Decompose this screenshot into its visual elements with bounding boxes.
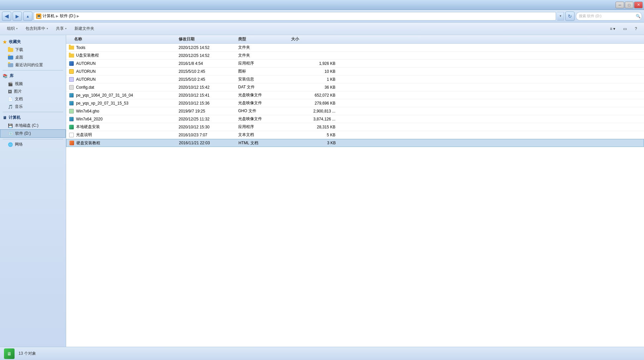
file-date-cell: 2020/12/25 11:32: [179, 117, 238, 121]
file-type-cell: 应用程序: [238, 124, 291, 130]
favorites-label: 收藏夹: [9, 39, 21, 45]
table-row[interactable]: 硬盘安装教程 2016/11/21 22:03 HTML 文档 3 KB: [66, 139, 644, 147]
forward-button[interactable]: ▶: [13, 12, 22, 21]
include-library-button[interactable]: 包含到库中 ▾: [22, 24, 52, 33]
pictures-label: 图片: [14, 89, 22, 94]
table-row[interactable]: pe_yqs_1064_20_07_31_16_04 2020/10/12 15…: [66, 91, 644, 99]
recent-label: 最近访问的位置: [15, 62, 43, 68]
divider-1: [3, 70, 63, 70]
organize-label: 组织: [7, 26, 15, 31]
table-row[interactable]: 光盘说明 2016/10/23 7:07 文本文档 5 KB: [66, 131, 644, 139]
help-button[interactable]: ?: [631, 24, 641, 33]
table-row[interactable]: Win7x64.gho 2019/9/7 19:25 GHO 文件 2,900,…: [66, 107, 644, 115]
file-name-text: Config.dat: [76, 85, 94, 90]
preview-pane-button[interactable]: ▭: [620, 24, 630, 33]
file-size-cell: 3,874,126 ...: [291, 117, 341, 121]
file-name-cell: AUTORUN: [66, 61, 179, 66]
header-size[interactable]: 大小: [291, 36, 341, 42]
file-name-text: 硬盘安装教程: [76, 140, 100, 146]
address-dropdown-button[interactable]: ▼: [557, 12, 564, 21]
path-drive[interactable]: 软件 (D:): [60, 13, 75, 19]
address-bar: ◀ ▶ ▲ 💻 计算机 ▶ 软件 (D:) ▶ ▼ ↻ 搜索 软件 (D:) 🔍: [0, 10, 644, 22]
sidebar-item-downloads[interactable]: 下载: [0, 46, 66, 54]
header-name[interactable]: 名称: [66, 36, 179, 42]
back-button[interactable]: ◀: [2, 12, 11, 21]
file-type-cell: 文本文档: [238, 132, 291, 138]
close-button[interactable]: ✕: [634, 2, 643, 8]
header-type[interactable]: 类型: [238, 36, 291, 42]
file-date-cell: 2015/5/10 2:45: [179, 69, 238, 74]
maximize-button[interactable]: □: [625, 2, 633, 8]
file-icon: [69, 109, 74, 114]
address-path[interactable]: 💻 计算机 ▶ 软件 (D:) ▶: [34, 12, 556, 21]
share-button[interactable]: 共享 ▾: [52, 24, 70, 33]
search-icon[interactable]: 🔍: [636, 14, 641, 19]
status-icon: 🖥: [4, 348, 15, 359]
file-size-cell: 3 KB: [291, 141, 341, 145]
sidebar-section-computer: 🖥 计算机 💾 本地磁盘 (C:) 💿 软件 (D:): [0, 113, 66, 138]
divider-2: [3, 112, 63, 112]
table-row[interactable]: Win7x64_2020 2020/12/25 11:32 光盘映像文件 3,8…: [66, 115, 644, 123]
file-name-text: Win7x64_2020: [76, 117, 103, 121]
sidebar-section-favorites: ★ 收藏夹 下载 桌面 最近访问的位置: [0, 38, 66, 69]
sidebar-libraries-header[interactable]: 📚 库: [0, 72, 66, 80]
desktop-label: 桌面: [15, 55, 23, 60]
file-type-cell: 图标: [238, 68, 291, 74]
table-row[interactable]: 本地硬盘安装 2020/10/12 15:30 应用程序 28,315 KB: [66, 123, 644, 131]
file-type-cell: DAT 文件: [238, 84, 291, 90]
search-input[interactable]: 搜索 软件 (D:): [576, 12, 642, 21]
path-computer[interactable]: 计算机: [43, 13, 55, 19]
sidebar-computer-header[interactable]: 🖥 计算机: [0, 113, 66, 122]
file-name-text: pe_yqs_1064_20_07_31_16_04: [76, 93, 133, 98]
table-row[interactable]: Tools 2020/12/25 14:52 文件夹: [66, 44, 644, 52]
file-name-cell: pe_yqs_xp_20_07_31_15_53: [66, 101, 179, 106]
file-date-cell: 2020/10/12 15:41: [179, 93, 238, 98]
status-count: 13 个对象: [19, 351, 36, 356]
sidebar-item-documents[interactable]: 📄 文档: [0, 95, 66, 103]
header-date[interactable]: 修改日期: [179, 36, 238, 42]
file-name-text: pe_yqs_xp_20_07_31_15_53: [76, 101, 128, 106]
sidebar-item-network[interactable]: 🌐 网络: [0, 141, 66, 148]
file-date-cell: 2020/12/25 14:52: [179, 53, 238, 58]
minimize-button[interactable]: ─: [616, 2, 624, 8]
libraries-icon: 📚: [3, 74, 8, 78]
table-row[interactable]: AUTORUN 2015/5/10 2:45 安装信息 1 KB: [66, 75, 644, 83]
refresh-button[interactable]: ↻: [565, 12, 575, 21]
table-row[interactable]: AUTORUN 2016/1/8 4:54 应用程序 1,926 KB: [66, 60, 644, 68]
sidebar-item-local-c[interactable]: 💾 本地磁盘 (C:): [0, 122, 66, 129]
file-icon: [69, 93, 74, 98]
status-bar: 🖥 13 个对象: [0, 347, 644, 360]
file-name-cell: Tools: [66, 45, 179, 50]
table-row[interactable]: Config.dat 2020/10/12 15:42 DAT 文件 36 KB: [66, 83, 644, 91]
file-list-area: 名称 修改日期 类型 大小 Tools 2020/12/25 14:52 文件夹…: [66, 35, 644, 347]
table-row[interactable]: U盘安装教程 2020/12/25 14:52 文件夹: [66, 52, 644, 60]
new-folder-button[interactable]: 新建文件夹: [71, 24, 98, 33]
table-row[interactable]: AUTORUN 2015/5/10 2:45 图标 10 KB: [66, 68, 644, 75]
favorites-star-icon: ★: [3, 39, 7, 45]
up-button[interactable]: ▲: [23, 12, 32, 21]
sidebar-item-music[interactable]: 🎵 音乐: [0, 103, 66, 111]
sidebar-section-libraries: 📚 库 🎬 视频 🖼 图片 📄 文档 🎵 音乐: [0, 72, 66, 111]
sidebar-item-software-d[interactable]: 💿 软件 (D:): [0, 129, 66, 138]
sidebar-favorites-header[interactable]: ★ 收藏夹: [0, 38, 66, 46]
file-type-cell: 光盘映像文件: [238, 116, 291, 122]
file-icon: [69, 116, 74, 122]
sidebar-item-videos[interactable]: 🎬 视频: [0, 80, 66, 88]
view-toggle-button[interactable]: ≡ ▾: [606, 24, 619, 33]
file-icon: [69, 53, 74, 58]
path-sep-2: ▶: [77, 14, 79, 18]
table-row[interactable]: pe_yqs_xp_20_07_31_15_53 2020/10/12 15:3…: [66, 99, 644, 107]
sidebar-item-desktop[interactable]: 桌面: [0, 54, 66, 61]
organize-button[interactable]: 组织 ▾: [3, 24, 21, 33]
file-type-cell: GHO 文件: [238, 108, 291, 114]
videos-icon: 🎬: [8, 82, 13, 86]
include-library-label: 包含到库中: [25, 26, 45, 31]
downloads-label: 下载: [15, 47, 23, 53]
software-d-label: 软件 (D:): [15, 131, 31, 136]
pictures-icon: 🖼: [8, 89, 12, 94]
file-name-cell: 本地硬盘安装: [66, 124, 179, 130]
sidebar-item-recent[interactable]: 最近访问的位置: [0, 61, 66, 69]
file-size-cell: 1,926 KB: [291, 61, 341, 66]
file-name-text: Tools: [76, 45, 85, 50]
sidebar-item-pictures[interactable]: 🖼 图片: [0, 88, 66, 95]
